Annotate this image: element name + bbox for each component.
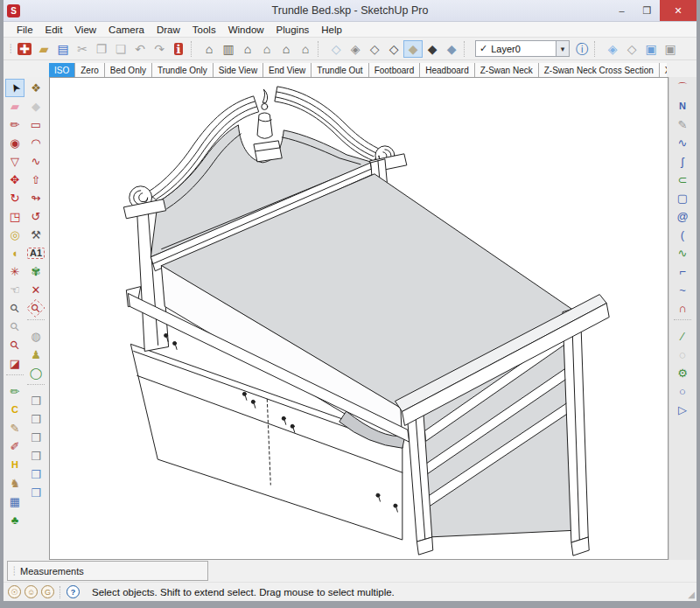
zoom-tool-icon[interactable]: ⚲ bbox=[5, 299, 24, 318]
oval-tool-icon[interactable]: ○ bbox=[673, 382, 692, 401]
select-tool-icon[interactable]: ➤ bbox=[5, 79, 24, 97]
bezier-edit-tool-icon[interactable]: ✎ bbox=[673, 115, 692, 134]
geolocation-status-icon[interactable]: ☉ bbox=[8, 585, 21, 598]
open-arc-tool-icon[interactable]: ( bbox=[673, 226, 692, 244]
rotate-tool-icon[interactable]: ↻ bbox=[5, 189, 24, 207]
edge-pencil-tool-icon[interactable]: ✏ bbox=[5, 382, 24, 401]
toolbar-grip[interactable]: ┊ bbox=[8, 44, 13, 53]
face-style-shaded-icon[interactable]: ◆ bbox=[403, 40, 423, 58]
tree-tool-icon[interactable]: ♣ bbox=[5, 511, 24, 529]
scene-tab-headboard[interactable]: Headboard bbox=[419, 63, 473, 77]
scale-tool-icon[interactable]: ◳ bbox=[5, 207, 24, 226]
line-segment-tool-icon[interactable]: ∕ bbox=[673, 327, 692, 346]
minimize-button[interactable]: – bbox=[609, 0, 634, 21]
layer-dropdown[interactable]: ✓ Layer0 ▾ bbox=[475, 40, 570, 57]
solid-trim-tool-icon[interactable]: ❒ bbox=[26, 429, 46, 447]
holes-tool-icon[interactable]: H bbox=[5, 456, 24, 474]
zoom-previous-tool-icon[interactable]: ⚲ bbox=[5, 318, 24, 336]
save-file-icon[interactable]: ▤ bbox=[53, 40, 73, 58]
menu-help[interactable]: Help bbox=[315, 24, 348, 35]
construction-pencil-tool-icon[interactable]: ✎ bbox=[5, 419, 24, 437]
circle-tool-icon[interactable]: ◉ bbox=[5, 134, 24, 152]
component-box-icon[interactable]: ▥ bbox=[219, 40, 238, 58]
spiral-tool-icon[interactable]: @ bbox=[673, 207, 692, 226]
axes-tool-icon[interactable]: ✳ bbox=[5, 262, 24, 281]
open-file-icon[interactable]: ▰ bbox=[34, 40, 53, 58]
make-component-tool-icon[interactable]: ❖ bbox=[26, 79, 46, 97]
view-top-house-icon[interactable]: ⌂ bbox=[257, 40, 276, 58]
dog-plugin-tool-icon[interactable]: ♞ bbox=[5, 474, 24, 493]
scene-tab-zero[interactable]: Zero bbox=[74, 63, 104, 77]
cubic-spline-tool-icon[interactable]: ʃ bbox=[673, 152, 692, 171]
dimension-tool-icon[interactable]: ⚒ bbox=[26, 226, 46, 244]
freehand-tool-icon[interactable]: ∿ bbox=[26, 152, 46, 171]
walk-tool-icon[interactable]: ◍ bbox=[26, 327, 46, 346]
offset-tool-icon[interactable]: ↺ bbox=[26, 207, 46, 226]
line-tool-icon[interactable]: ✏ bbox=[5, 115, 24, 134]
face-style-hidden-line-icon[interactable]: ◇ bbox=[384, 40, 403, 58]
scene-tab-footboard[interactable]: Footboard bbox=[368, 63, 420, 77]
display-section-planes-icon[interactable]: ▣ bbox=[641, 40, 661, 58]
menu-edit[interactable]: Edit bbox=[39, 24, 69, 35]
triangle-curve-tool-icon[interactable]: ▷ bbox=[673, 401, 692, 419]
maximize-button[interactable]: ❒ bbox=[634, 0, 660, 21]
wave-curve-tool-icon[interactable]: ~ bbox=[673, 281, 692, 299]
measurements-input[interactable] bbox=[84, 562, 212, 580]
polyline-spline-tool-icon[interactable]: ∿ bbox=[673, 134, 692, 152]
undo-icon[interactable]: ↶ bbox=[130, 40, 150, 58]
solid-outer-shell-tool-icon[interactable]: ❒ bbox=[26, 484, 46, 502]
dashed-pencil-tool-icon[interactable]: ✐ bbox=[5, 437, 24, 456]
polygon-tool-icon[interactable]: ▽ bbox=[5, 152, 24, 171]
zoom-extents-tool-icon[interactable]: ⚲ bbox=[5, 336, 24, 354]
menu-view[interactable]: View bbox=[68, 24, 102, 35]
arc-tool-icon[interactable]: ◠ bbox=[26, 134, 46, 152]
resize-grip-icon[interactable]: ◢ bbox=[688, 590, 695, 599]
credits-status-icon[interactable]: ☺ bbox=[24, 585, 38, 598]
menu-camera[interactable]: Camera bbox=[102, 24, 150, 35]
view-back-house-icon[interactable]: ⌂ bbox=[276, 40, 296, 58]
solid-split-tool-icon[interactable]: ❒ bbox=[26, 465, 46, 484]
dome-arc-tool-icon[interactable]: ∩ bbox=[673, 299, 692, 318]
tape-measure-tool-icon[interactable]: ◎ bbox=[5, 226, 24, 244]
help-icon[interactable]: ? bbox=[66, 585, 80, 598]
rounded-rect-tool-icon[interactable]: ▢ bbox=[673, 189, 692, 207]
three-d-text-tool-icon[interactable]: ✾ bbox=[26, 262, 46, 281]
wire-sphere-tool-icon[interactable]: ◯ bbox=[26, 364, 46, 382]
position-camera-tool-icon[interactable]: ♟ bbox=[26, 346, 46, 364]
face-style-monochrome-icon[interactable]: ◆ bbox=[442, 40, 461, 58]
drawing-canvas[interactable] bbox=[49, 77, 668, 560]
bezier-arc-tool-icon[interactable]: ⌒ bbox=[673, 79, 692, 97]
add-section-plane-icon[interactable]: ◈ bbox=[603, 40, 622, 58]
view-front-house-icon[interactable]: ⌂ bbox=[238, 40, 257, 58]
grid-tool-icon[interactable]: ▦ bbox=[5, 493, 24, 511]
solid-union-tool-icon[interactable]: ❒ bbox=[26, 392, 46, 410]
scene-tab-trundle-out[interactable]: Trundle Out bbox=[311, 63, 368, 77]
scene-tab-z-swan-neck[interactable]: Z-Swan Neck bbox=[474, 63, 538, 77]
menu-draw[interactable]: Draw bbox=[150, 24, 186, 35]
rectangle-tool-icon[interactable]: ▭ bbox=[26, 115, 46, 134]
solid-intersect-tool-icon[interactable]: ❒ bbox=[26, 447, 46, 465]
scene-tab-end-view[interactable]: End View bbox=[262, 63, 311, 77]
add-scene-icon[interactable]: ◇ bbox=[622, 40, 641, 58]
paint-bucket-tool-icon[interactable]: ◆ bbox=[26, 97, 46, 115]
cut-icon[interactable]: ✂ bbox=[73, 40, 92, 58]
pan-tool-icon[interactable]: ☜ bbox=[5, 281, 24, 299]
dashed-circle-tool-icon[interactable]: ◌ bbox=[673, 346, 692, 364]
menu-window[interactable]: Window bbox=[222, 24, 270, 35]
hook-curve-tool-icon[interactable]: ⌐ bbox=[673, 262, 692, 281]
menu-tools[interactable]: Tools bbox=[186, 24, 222, 35]
menu-file[interactable]: File bbox=[10, 24, 39, 35]
new-file-icon[interactable]: ✚ bbox=[15, 40, 34, 58]
scene-tab-iso[interactable]: ISO bbox=[49, 63, 74, 77]
scene-tab-z-swan-neck-cross-section[interactable]: Z-Swan Neck Cross Section bbox=[538, 63, 659, 77]
paste-icon[interactable]: ❏ bbox=[111, 40, 130, 58]
curve-c-tool-icon[interactable]: ⊂ bbox=[673, 171, 692, 189]
face-style-xray-icon[interactable]: ◇ bbox=[326, 40, 346, 58]
view-side-house-icon[interactable]: ⌂ bbox=[296, 40, 315, 58]
wrench-tool-icon[interactable]: ⚙ bbox=[673, 364, 692, 382]
chevron-down-icon[interactable]: ▾ bbox=[556, 41, 569, 56]
view-iso-house-icon[interactable]: ⌂ bbox=[200, 40, 219, 58]
push-pull-tool-icon[interactable]: ⇧ bbox=[26, 171, 46, 189]
section-plane-tool-icon[interactable]: ◪ bbox=[5, 354, 24, 373]
scene-tab-x-swa[interactable]: X-Swa bbox=[659, 63, 667, 77]
